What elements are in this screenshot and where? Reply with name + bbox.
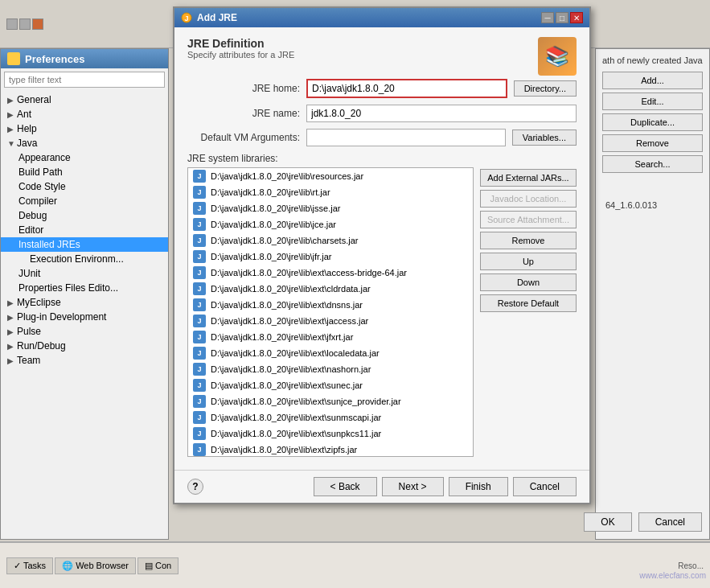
javadoc-location-button[interactable]: Javadoc Location...: [480, 190, 577, 208]
toolbar-icon-1[interactable]: [6, 19, 18, 30]
close-button[interactable]: ✕: [570, 12, 583, 23]
jre-home-input[interactable]: [306, 79, 507, 98]
lib-item[interactable]: JD:\java\jdk1.8.0_20\jre\lib\jsse.jar: [188, 200, 473, 216]
source-attachment-button[interactable]: Source Attachment...: [480, 211, 577, 228]
sidebar-item-general[interactable]: ▶General: [1, 93, 168, 107]
lib-item[interactable]: JD:\java\jdk1.8.0_20\jre\lib\ext\sunjce_…: [188, 393, 473, 409]
dialog-title: J Add JRE: [181, 12, 237, 23]
duplicate-button[interactable]: Duplicate...: [602, 113, 703, 131]
libs-down-button[interactable]: Down: [480, 273, 577, 291]
footer-right: < Back Next > Finish Cancel: [314, 477, 577, 496]
lib-path: D:\java\jdk1.8.0_20\jre\lib\ext\dnsns.ja…: [211, 300, 363, 310]
sidebar-item-installedjres[interactable]: Installed JREs: [1, 237, 168, 252]
lib-path: D:\java\jdk1.8.0_20\jre\lib\ext\localeda…: [211, 348, 380, 358]
lib-icon: J: [193, 347, 206, 360]
ok-button[interactable]: OK: [584, 512, 631, 532]
libs-list[interactable]: JD:\java\jdk1.8.0_20\jre\lib\resources.j…: [187, 167, 474, 457]
lib-item[interactable]: JD:\java\jdk1.8.0_20\jre\lib\ext\localed…: [188, 345, 473, 361]
dialog-cancel-button[interactable]: Cancel: [513, 477, 577, 496]
browser-icon: 🌐: [62, 561, 73, 571]
directory-button[interactable]: Directory...: [514, 80, 577, 97]
lib-item[interactable]: JD:\java\jdk1.8.0_20\jre\lib\ext\access-…: [188, 265, 473, 281]
minimize-button[interactable]: ─: [541, 12, 554, 23]
sidebar-item-myeclipse[interactable]: ▶MyEclipse: [1, 295, 168, 310]
sidebar-item-help[interactable]: ▶Help: [1, 121, 168, 136]
lib-path: D:\java\jdk1.8.0_20\jre\lib\rt.jar: [211, 187, 330, 197]
lib-path: D:\java\jdk1.8.0_20\jre\lib\ext\nashorn.…: [211, 364, 371, 374]
filter-input[interactable]: [4, 72, 165, 88]
libs-up-button[interactable]: Up: [480, 253, 577, 270]
maximize-button[interactable]: □: [556, 12, 568, 23]
sidebar-item-execenv[interactable]: Execution Environm...: [1, 252, 168, 266]
libs-buttons: Add External JARs... Javadoc Location...…: [480, 167, 577, 457]
tab-webbrowser[interactable]: 🌐 Web Browser: [55, 557, 136, 574]
toolbar-icon-3[interactable]: [32, 19, 43, 30]
lib-item[interactable]: JD:\java\jdk1.8.0_20\jre\lib\ext\jaccess…: [188, 313, 473, 329]
lib-item[interactable]: JD:\java\jdk1.8.0_20\jre\lib\ext\zipfs.j…: [188, 442, 473, 457]
bottom-right-buttons: OK Cancel: [584, 512, 702, 532]
lib-path: D:\java\jdk1.8.0_20\jre\lib\ext\sunmscap…: [211, 413, 381, 422]
vm-args-input[interactable]: [306, 129, 506, 146]
libs-remove-button[interactable]: Remove: [480, 232, 577, 249]
tasks-bar: ✓ Tasks 🌐 Web Browser ▤ Con Reso...: [0, 541, 710, 588]
variables-button[interactable]: Variables...: [512, 130, 577, 146]
sidebar-item-plugindev[interactable]: ▶Plug-in Development: [1, 310, 168, 324]
lib-item[interactable]: JD:\java\jdk1.8.0_20\jre\lib\ext\sunec.j…: [188, 377, 473, 393]
search-button-right[interactable]: Search...: [602, 155, 703, 173]
lib-item[interactable]: JD:\java\jdk1.8.0_20\jre\lib\resources.j…: [188, 168, 473, 184]
sidebar-item-codestyle[interactable]: Code Style: [1, 179, 168, 194]
lib-item[interactable]: JD:\java\jdk1.8.0_20\jre\lib\ext\sunpkcs…: [188, 426, 473, 442]
edit-button[interactable]: Edit...: [602, 93, 703, 110]
sidebar-item-propfiles[interactable]: Properties Files Edito...: [1, 281, 168, 295]
toolbar-icons: [6, 19, 43, 30]
lib-item[interactable]: JD:\java\jdk1.8.0_20\jre\lib\ext\sunmsca…: [188, 409, 473, 426]
add-button[interactable]: Add...: [602, 72, 703, 89]
lib-path: D:\java\jdk1.8.0_20\jre\lib\jfr.jar: [211, 252, 331, 261]
sidebar-item-pulse[interactable]: ▶Pulse: [1, 324, 168, 339]
lib-icon: J: [193, 234, 206, 247]
lib-icon: J: [193, 331, 206, 343]
lib-item[interactable]: JD:\java\jdk1.8.0_20\jre\lib\ext\jfxrt.j…: [188, 329, 473, 345]
sidebar-item-junit[interactable]: JUnit: [1, 266, 168, 281]
dialog-footer: ? < Back Next > Finish Cancel: [174, 470, 589, 503]
lib-icon: J: [193, 250, 206, 263]
sidebar-item-appearance[interactable]: Appearance: [1, 150, 168, 165]
books-icon: 📚: [538, 37, 577, 76]
remove-button[interactable]: Remove: [602, 134, 703, 152]
lib-item[interactable]: JD:\java\jdk1.8.0_20\jre\lib\jfr.jar: [188, 249, 473, 265]
sidebar-item-java[interactable]: ▼Java: [1, 136, 168, 150]
lib-icon: J: [193, 186, 206, 199]
lib-path: D:\java\jdk1.8.0_20\jre\lib\charsets.jar: [211, 236, 358, 245]
preferences-tree: ▶General ▶Ant ▶Help ▼Java Appearance Bui…: [1, 91, 168, 369]
help-button[interactable]: ?: [187, 479, 203, 495]
lib-path: D:\java\jdk1.8.0_20\jre\lib\ext\sunec.ja…: [211, 380, 363, 390]
tab-tasks[interactable]: ✓ Tasks: [6, 557, 53, 574]
lib-item[interactable]: JD:\java\jdk1.8.0_20\jre\lib\ext\nashorn…: [188, 361, 473, 377]
jre-name-input[interactable]: [306, 105, 577, 122]
sidebar-item-rundebug[interactable]: ▶Run/Debug: [1, 339, 168, 353]
lib-icon: J: [193, 202, 206, 215]
lib-item[interactable]: JD:\java\jdk1.8.0_20\jre\lib\charsets.ja…: [188, 232, 473, 249]
add-external-jars-button[interactable]: Add External JARs...: [480, 169, 577, 187]
sidebar-item-compiler[interactable]: Compiler: [1, 194, 168, 208]
preferences-icon: [7, 52, 20, 65]
sidebar-item-team[interactable]: ▶Team: [1, 353, 168, 368]
lib-item[interactable]: JD:\java\jdk1.8.0_20\jre\lib\ext\dnsns.j…: [188, 297, 473, 313]
toolbar-icon-2[interactable]: [19, 19, 31, 30]
tab-con[interactable]: ▤ Con: [137, 557, 179, 574]
lib-item[interactable]: JD:\java\jdk1.8.0_20\jre\lib\ext\cldrdat…: [188, 281, 473, 297]
sidebar-item-debug[interactable]: Debug: [1, 208, 168, 223]
jre-def-header: JRE Definition Specify attributes for a …: [187, 37, 577, 76]
cancel-button-main[interactable]: Cancel: [638, 512, 702, 532]
finish-button[interactable]: Finish: [449, 477, 508, 496]
sidebar-item-ant[interactable]: ▶Ant: [1, 107, 168, 121]
sidebar-item-editor[interactable]: Editor: [1, 223, 168, 237]
sidebar-item-buildpath[interactable]: Build Path: [1, 165, 168, 179]
back-button[interactable]: < Back: [314, 477, 377, 496]
next-button[interactable]: Next >: [382, 477, 444, 496]
lib-icon: J: [193, 315, 206, 327]
restore-default-button[interactable]: Restore Default: [480, 294, 577, 312]
tasks-icon: ✓: [14, 561, 21, 571]
lib-item[interactable]: JD:\java\jdk1.8.0_20\jre\lib\jce.jar: [188, 216, 473, 232]
lib-item[interactable]: JD:\java\jdk1.8.0_20\jre\lib\rt.jar: [188, 184, 473, 200]
